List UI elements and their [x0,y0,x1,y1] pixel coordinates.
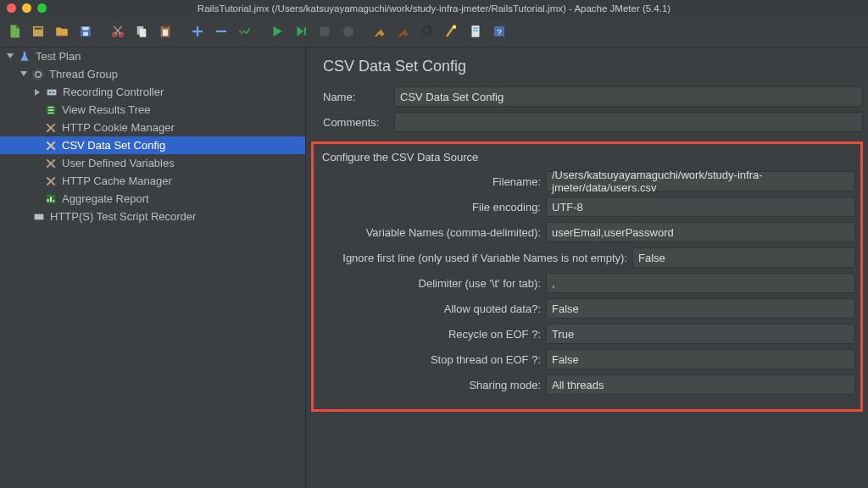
sharing-mode-field[interactable]: All threads [546,374,855,395]
svg-rect-8 [140,29,147,37]
allow-quoted-field[interactable]: False [546,298,855,319]
cfg-row-encoding: File encoding: UTF-8 [319,194,855,219]
remove-button[interactable] [210,20,232,42]
expand-toggle-icon[interactable] [5,53,14,61]
window-controls [7,3,47,13]
help-button[interactable]: ? [488,20,510,42]
window-titlebar: RailsTutorial.jmx (/Users/katsuyayamaguc… [0,0,868,16]
svg-rect-11 [163,30,168,36]
function-helper-button[interactable] [465,20,487,42]
cfg-row-recycle: Recycle on EOF ?: True [319,321,855,347]
tree-label: Recording Controller [63,86,164,98]
cfg-label: Sharing mode: [319,379,546,391]
paste-button[interactable] [154,20,176,42]
test-plan-tree[interactable]: Test Plan Thread Group Recording Control… [0,47,306,488]
tree-label: HTTP Cookie Manager [62,121,175,134]
tree-node-csv-data-set-config[interactable]: CSV Data Set Config [0,136,305,154]
tree-node-recording-controller[interactable]: Recording Controller [0,83,305,101]
tree-label: HTTP(S) Test Script Recorder [50,210,196,223]
cfg-row-stop-thread: Stop thread on EOF ?: False [319,347,855,372]
csv-config-group: Configure the CSV Data Source Filename: … [311,141,863,412]
cfg-value: , [552,277,555,290]
window-title: RailsTutorial.jmx (/Users/katsuyayamaguc… [5,3,863,14]
cfg-value: False [552,302,579,315]
comments-label: Comments: [323,116,386,129]
stop-button[interactable] [314,20,336,42]
svg-point-22 [36,71,42,77]
config-icon [44,139,58,152]
templates-button[interactable] [27,20,49,42]
stop-thread-eof-field[interactable]: False [546,349,855,369]
expand-toggle-icon[interactable] [32,88,41,97]
broom2-button[interactable] [393,20,415,42]
tree-node-http-cache-manager[interactable]: HTTP Cache Manager [0,172,305,190]
broom1-button[interactable] [370,20,392,42]
panel-title: CSV Data Set Config [306,54,868,84]
cfg-value: False [638,252,665,264]
svg-text:?: ? [497,27,502,36]
cfg-label: Delimiter (use '\t' for tab): [319,277,546,290]
cfg-label: Variable Names (comma-delimited): [319,226,546,239]
reset-search-button[interactable] [441,20,463,42]
svg-rect-18 [473,28,478,30]
cfg-label: Ignore first line (only used if Variable… [319,252,632,264]
close-window-button[interactable] [7,3,16,13]
tree-node-view-results-tree[interactable]: View Results Tree [0,101,305,119]
tree-node-thread-group[interactable]: Thread Group [0,65,305,83]
svg-rect-24 [47,89,57,95]
tree-label: User Defined Variables [62,157,175,169]
tree-node-test-plan[interactable]: Test Plan [0,47,305,65]
filename-field[interactable]: /Users/katsuyayamaguchi/work/study-infra… [546,171,855,191]
open-button[interactable] [51,20,73,42]
run-button[interactable] [266,20,288,42]
toggle-button[interactable] [234,20,256,42]
results-icon [44,103,58,117]
copy-button[interactable] [131,20,153,42]
cut-button[interactable] [107,20,129,42]
controller-icon [45,86,58,99]
tree-label: HTTP Cache Manager [62,175,172,187]
tree-node-aggregate-report[interactable]: Aggregate Report [0,190,305,208]
save-button[interactable] [75,20,97,42]
search-button[interactable] [417,20,439,42]
svg-rect-3 [82,27,89,30]
svg-rect-13 [320,27,330,36]
recorder-icon [32,210,46,224]
cfg-row-filename: Filename: /Users/katsuyayamaguchi/work/s… [319,169,855,194]
cfg-value: All threads [552,379,604,391]
cfg-label: Recycle on EOF ?: [319,328,546,341]
cfg-value: UTF-8 [552,201,583,214]
ignore-first-line-field[interactable]: False [632,247,855,268]
add-button[interactable] [186,20,209,42]
encoding-field[interactable]: UTF-8 [546,197,855,217]
svg-rect-10 [163,25,168,28]
run-notimers-button[interactable] [290,20,312,42]
tree-node-http-cookie-manager[interactable]: HTTP Cookie Manager [0,119,305,136]
name-field[interactable]: CSV Data Set Config [394,86,863,107]
tree-label: CSV Data Set Config [62,139,165,152]
tree-node-http-recorder[interactable]: HTTP(S) Test Script Recorder [0,208,305,225]
cfg-row-varnames: Variable Names (comma-delimited): userEm… [319,219,855,245]
tree-node-user-defined-variables[interactable]: User Defined Variables [0,154,305,172]
shutdown-button[interactable] [337,20,359,42]
minimize-window-button[interactable] [22,3,31,13]
new-button[interactable] [3,20,25,42]
maximize-window-button[interactable] [37,3,47,13]
name-row: Name: CSV Data Set Config [306,84,868,109]
svg-rect-19 [473,30,478,32]
delimiter-field[interactable]: , [546,273,855,293]
name-label: Name: [323,91,386,103]
svg-rect-12 [304,28,306,36]
group-title: Configure the CSV Data Source [319,149,855,169]
gear-icon [31,68,45,81]
cfg-row-sharing: Sharing mode: All threads [319,372,855,397]
config-panel: CSV Data Set Config Name: CSV Data Set C… [306,47,868,488]
comments-field[interactable] [394,112,863,132]
cfg-label: File encoding: [319,201,546,214]
variable-names-field[interactable]: userEmail,userPassword [546,222,855,242]
config-icon [44,121,58,135]
recycle-eof-field[interactable]: True [546,324,855,344]
expand-toggle-icon[interactable] [19,70,27,79]
cfg-row-delimiter: Delimiter (use '\t' for tab): , [319,270,855,296]
flask-icon [18,50,31,64]
